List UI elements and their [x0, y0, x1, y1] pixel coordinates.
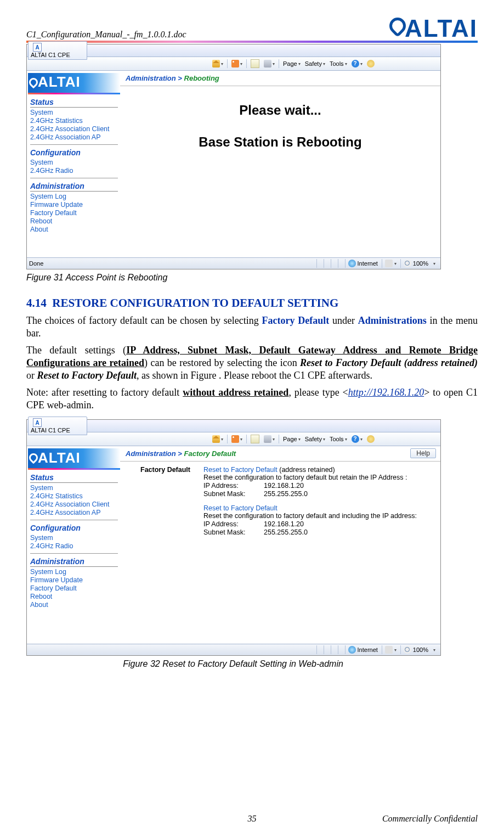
cat-config: Configuration: [30, 524, 118, 533]
status-bar: Done Internet ▾ 100%▾: [27, 257, 440, 269]
favicon-icon: A: [33, 43, 42, 52]
paragraph-3: Note: after resetting to factory default…: [26, 386, 478, 412]
nav-syslog[interactable]: System Log: [30, 193, 118, 200]
nav-about[interactable]: About: [30, 226, 118, 233]
nav-firmware[interactable]: Firmware Update: [30, 576, 118, 584]
status-internet: Internet: [345, 645, 381, 654]
paragraph-2: The default settings (IP Address, Subnet…: [26, 344, 478, 382]
safety-menu[interactable]: Safety▾: [303, 435, 327, 443]
nav-syslog[interactable]: System Log: [30, 568, 118, 576]
sidebar-logo: ALTAI: [28, 448, 120, 468]
rss-icon: [231, 435, 239, 443]
nav-cfg-radio[interactable]: 2.4GHz Radio: [30, 167, 118, 175]
status-zoom[interactable]: 100%▾: [400, 645, 438, 654]
nav-reboot[interactable]: Reboot: [30, 217, 118, 225]
home-button[interactable]: ▾: [211, 434, 225, 444]
settings-button[interactable]: [365, 434, 376, 444]
fd-desc: Reset the configuration to factory defau…: [203, 474, 431, 481]
home-button[interactable]: ▾: [211, 59, 225, 69]
mail-button[interactable]: [249, 434, 261, 445]
breadcrumb: Administration > Factory Default: [120, 446, 440, 462]
doc-filename: C1_Configuration_Manual_-_fm_1.0.0.1.doc: [26, 30, 186, 41]
zoom-icon: [404, 646, 411, 654]
print-button[interactable]: ▾: [262, 59, 276, 69]
status-done: Done: [29, 260, 43, 267]
page-header: C1_Configuration_Manual_-_fm_1.0.0.1.doc…: [26, 16, 478, 43]
status-security[interactable]: ▾: [382, 645, 399, 654]
help-button[interactable]: ?▾: [350, 59, 364, 69]
browser-tab[interactable]: AALTAI C1 CPE: [28, 417, 87, 435]
nav-24-ap[interactable]: 2.4GHz Association AP: [30, 509, 118, 516]
nav-firmware[interactable]: Firmware Update: [30, 201, 118, 209]
paragraph-1: The choices of factory default can be ch…: [26, 314, 478, 340]
rss-button[interactable]: ▾: [230, 434, 244, 444]
figure-32-caption: Figure 32 Reset to Factory Default Setti…: [26, 659, 440, 669]
lock-icon: [385, 260, 393, 267]
subnet-value: 255.255.255.0: [264, 490, 308, 498]
subnet-value: 255.255.255.0: [264, 528, 308, 536]
nav-cfg-system[interactable]: System: [30, 159, 118, 166]
confidential-notice: Commercially Confidential: [382, 814, 478, 824]
browser-tab[interactable]: AALTAI C1 CPE: [28, 41, 87, 60]
nav-factory[interactable]: Factory Default: [30, 584, 118, 592]
reset-full-link[interactable]: Reset to Factory Default: [203, 504, 278, 512]
browser-tabbar: AALTAI C1 CPE: [27, 420, 440, 432]
safety-menu[interactable]: Safety▾: [303, 59, 327, 68]
figure-31-caption: Figure 31 Access Point is Rebooting: [26, 273, 478, 283]
fd-block-retained: Reset to Factory Default (address retain…: [203, 466, 431, 498]
print-icon: [264, 435, 271, 443]
nav-24-client[interactable]: 2.4GHz Association Client: [30, 500, 118, 508]
cat-admin: Administration: [30, 182, 118, 192]
settings-button[interactable]: [365, 59, 376, 69]
fd-block-full: Reset to Factory Default Reset the confi…: [203, 504, 431, 536]
nav-reboot[interactable]: Reboot: [30, 593, 118, 600]
admin-url-link[interactable]: http://192.168.1.20: [348, 387, 424, 398]
nav-system[interactable]: System: [30, 484, 118, 492]
fd-section-label: Factory Default: [130, 466, 190, 474]
wait-message: Please wait...: [120, 86, 440, 134]
cat-status: Status: [30, 98, 118, 108]
browser-toolbar: ▾ ▾ ▾ Page▾ Safety▾ Tools▾ ?▾: [27, 57, 440, 71]
reboot-message: Base Station is Rebooting: [120, 134, 440, 166]
help-button[interactable]: ?▾: [350, 434, 364, 444]
mail-button[interactable]: [249, 58, 261, 69]
sidebar: ALTAI Status System 2.4GHz Statistics 2.…: [27, 71, 120, 257]
help-icon: ?: [352, 60, 359, 68]
rss-button[interactable]: ▾: [230, 59, 244, 69]
gear-icon: [367, 60, 375, 68]
status-zoom[interactable]: 100%▾: [400, 259, 438, 268]
mail-icon: [251, 435, 259, 443]
mail-icon: [251, 59, 259, 68]
favicon-icon: A: [33, 418, 42, 427]
screenshot-factory-default: AALTAI C1 CPE ▾ ▾ ▾ Page▾ Safety▾ Tools▾…: [26, 419, 441, 656]
main-panel: Administration > Factory Default Help Fa…: [120, 446, 440, 644]
page-footer: 35 Commercially Confidential: [26, 814, 478, 824]
status-security[interactable]: ▾: [382, 259, 399, 268]
help-link-button[interactable]: Help: [410, 448, 436, 458]
main-panel: Administration > Rebooting Please wait..…: [120, 71, 440, 257]
nav-cfg-system[interactable]: System: [30, 534, 118, 542]
help-icon: ?: [352, 435, 359, 443]
nav-24-client[interactable]: 2.4GHz Association Client: [30, 125, 118, 133]
sidebar-logo: ALTAI: [28, 73, 120, 93]
nav-24-ap[interactable]: 2.4GHz Association AP: [30, 133, 118, 141]
home-icon: [212, 435, 220, 443]
nav-24-stats[interactable]: 2.4GHz Statistics: [30, 492, 118, 500]
nav-cfg-radio[interactable]: 2.4GHz Radio: [30, 542, 118, 550]
page-menu[interactable]: Page▾: [281, 59, 302, 68]
nav-factory[interactable]: Factory Default: [30, 209, 118, 217]
tab-title: ALTAI C1 CPE: [31, 427, 70, 434]
nav-system[interactable]: System: [30, 109, 118, 116]
status-internet: Internet: [345, 259, 381, 268]
tools-menu[interactable]: Tools▾: [328, 59, 349, 68]
rss-icon: [231, 60, 239, 68]
fd-desc: Reset the configuration to factory defau…: [203, 512, 431, 520]
nav-24-stats[interactable]: 2.4GHz Statistics: [30, 117, 118, 125]
globe-icon: [348, 260, 356, 267]
tools-menu[interactable]: Tools▾: [328, 435, 349, 443]
reset-retained-link[interactable]: Reset to Factory Default: [203, 466, 278, 474]
cat-admin: Administration: [30, 557, 118, 567]
page-menu[interactable]: Page▾: [281, 435, 302, 443]
nav-about[interactable]: About: [30, 601, 118, 609]
print-button[interactable]: ▾: [262, 434, 276, 444]
